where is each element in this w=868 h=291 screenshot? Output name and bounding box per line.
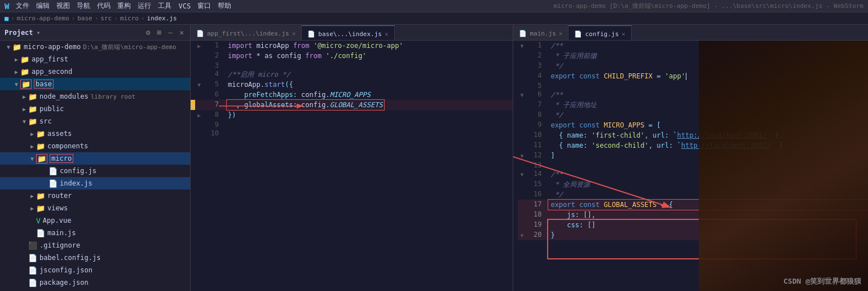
tree-item-public[interactable]: ▶ 📁 public	[0, 103, 190, 115]
folder-icon-micro: 📁	[36, 154, 47, 164]
tree-item-jsconfig[interactable]: 📄 jsconfig.json	[0, 264, 190, 276]
tree-arrow-assets: ▶	[28, 131, 36, 137]
right-editor-panel: 📄 main.js ✕ 📄 config.js ✕	[513, 25, 868, 291]
project-panel-label: Project	[5, 29, 33, 37]
tab-close-main[interactable]: ✕	[559, 30, 563, 37]
tree-item-app-vue[interactable]: V App.vue	[0, 214, 190, 227]
label-app-vue: App.vue	[43, 217, 72, 224]
tree-item-components[interactable]: ▶ 📁 components	[0, 140, 190, 152]
file-icon-babel: 📄	[28, 254, 37, 262]
tree-arrow-components: ▶	[28, 143, 36, 149]
root-path: D:\a_微前端\micro-app-demo	[83, 43, 176, 51]
label-src: src	[39, 117, 52, 125]
tree-item-src[interactable]: ▼ 📁 src	[0, 115, 190, 127]
tree-arrow-src: ▼	[20, 118, 28, 125]
folder-icon-router: 📁	[36, 192, 45, 200]
tree-arrow-node-modules: ▶	[20, 94, 28, 100]
right-code-view[interactable]: ▼ 1 /** 2 * 子应用前缀	[513, 41, 868, 291]
tree-item-node-modules[interactable]: ▶ 📁 node_modules library root	[0, 90, 190, 103]
left-code-view[interactable]: ▶ 1 import microApp from '@micro-zoe/mic…	[191, 41, 513, 291]
file-icon-tab2: 📄	[307, 30, 315, 38]
tree-item-package-json[interactable]: 📄 package.json	[0, 276, 190, 289]
breadcrumb-base[interactable]: base	[77, 15, 92, 22]
right-tab-bar: 📄 main.js ✕ 📄 config.js ✕	[513, 25, 868, 41]
tab-label-config: config.js	[585, 30, 619, 38]
tree-item-package-lock-json[interactable]: 📄 package-lock.json	[0, 289, 190, 291]
expand-icon[interactable]: ⊞	[156, 28, 164, 37]
code-line-9: 9	[191, 120, 513, 129]
menu-file[interactable]: 文件	[16, 1, 29, 11]
label-node-modules: node_modules	[39, 92, 89, 100]
label-micro: micro	[50, 154, 73, 163]
tree-arrow-app-first: ▶	[12, 56, 20, 63]
breadcrumb-file[interactable]: index.js	[147, 15, 177, 22]
photo-overlay	[699, 41, 868, 291]
menu-help[interactable]: 帮助	[218, 1, 231, 11]
tree-item-app-first[interactable]: ▶ 📁 app_first	[0, 53, 190, 65]
tree-arrow-views: ▶	[28, 205, 36, 211]
tab-config-js[interactable]: 📄 config.js ✕	[569, 25, 631, 40]
menu-view[interactable]: 视图	[56, 1, 70, 11]
menu-navigate[interactable]: 导航	[77, 1, 90, 11]
project-dropdown-icon[interactable]: ▾	[37, 29, 41, 37]
menu-run[interactable]: 运行	[138, 1, 151, 11]
tree-item-config-js[interactable]: 📄 config.js	[0, 165, 190, 177]
sidebar-header: Project ▾ ⚙ ⊞ — ✕	[0, 25, 190, 41]
label-config-js: config.js	[60, 167, 96, 175]
breadcrumb-src[interactable]: src	[100, 15, 112, 22]
label-views: views	[47, 204, 68, 212]
tree-root-label: micro-app-demo	[24, 43, 81, 51]
label-public: public	[39, 105, 64, 113]
tree-item-gitignore[interactable]: ⬛ .gitignore	[0, 239, 190, 252]
menu-refactor[interactable]: 重构	[117, 1, 131, 11]
tree-item-router[interactable]: ▶ 📁 router	[0, 189, 190, 202]
close-panel-icon[interactable]: ✕	[178, 28, 186, 37]
tree-item-app-second[interactable]: ▶ 📁 app_second	[0, 65, 190, 78]
library-label: library root	[91, 93, 135, 100]
folder-icon-src: 📁	[28, 117, 37, 126]
label-package-json: package.json	[39, 279, 89, 286]
tree-root[interactable]: ▼ 📁 micro-app-demo D:\a_微前端\micro-app-de…	[0, 41, 190, 53]
file-icon-config-js: 📄	[49, 167, 58, 175]
folder-icon-assets: 📁	[36, 130, 45, 138]
menu-vcs[interactable]: VCS	[178, 2, 191, 10]
tree-arrow-app-second: ▶	[12, 69, 20, 75]
code-line-8: ▶ 8 })	[191, 110, 513, 120]
file-icon-main-js: 📄	[36, 229, 45, 237]
menu-code[interactable]: 代码	[97, 1, 111, 11]
settings-icon[interactable]: ⚙	[144, 28, 152, 37]
label-index-js: index.js	[60, 179, 92, 187]
tree-item-babel[interactable]: 📄 babel.config.js	[0, 252, 190, 264]
tree-item-base[interactable]: ▼ 📁 base	[0, 78, 190, 90]
label-gitignore: .gitignore	[39, 241, 80, 249]
code-line-6: 6 preFetchApps: config.MICRO_APPS	[191, 90, 513, 100]
tab-close-1[interactable]: ✕	[292, 30, 296, 37]
tree-arrow-micro: ▼	[28, 156, 36, 162]
tab-app-first-index[interactable]: 📄 app_first\...\index.js ✕	[191, 25, 302, 40]
tree-item-main-js[interactable]: 📄 main.js	[0, 227, 190, 239]
tab-base-index[interactable]: 📄 base\...\index.js ✕	[302, 25, 394, 40]
tab-main-js[interactable]: 📄 main.js ✕	[513, 25, 569, 40]
file-icon-jsconfig: 📄	[28, 266, 37, 275]
menu-tools[interactable]: 工具	[158, 1, 171, 11]
tab-close-2[interactable]: ✕	[385, 30, 389, 38]
code-line-10: 10	[191, 129, 513, 137]
tree-item-index-js[interactable]: 📄 index.js	[0, 177, 190, 189]
menu-edit[interactable]: 编辑	[36, 1, 50, 11]
collapse-icon[interactable]: —	[166, 28, 174, 37]
breadcrumb-root[interactable]: ■	[5, 15, 8, 23]
breadcrumb-micro[interactable]: micro	[120, 15, 139, 22]
label-app-second: app_second	[32, 68, 72, 76]
editor-area: 📄 app_first\...\index.js ✕ 📄 base\...\in…	[191, 25, 868, 291]
file-icon-index-js: 📄	[49, 179, 58, 188]
breadcrumb-root-label[interactable]: micro-app-demo	[17, 15, 69, 22]
label-app-first: app_first	[32, 55, 68, 63]
tree-item-views[interactable]: ▶ 📁 views	[0, 202, 190, 214]
menu-bar: W 文件 编辑 视图 导航 代码 重构 运行 工具 VCS 窗口 帮助 micr…	[0, 0, 868, 12]
file-icon-tab-main: 📄	[519, 30, 527, 37]
tree-item-micro[interactable]: ▼ 📁 micro	[0, 152, 190, 165]
tree-item-assets[interactable]: ▶ 📁 assets	[0, 127, 190, 140]
tab-label-main: main.js	[530, 30, 556, 37]
tab-close-config[interactable]: ✕	[622, 30, 625, 38]
menu-window[interactable]: 窗口	[197, 1, 211, 11]
